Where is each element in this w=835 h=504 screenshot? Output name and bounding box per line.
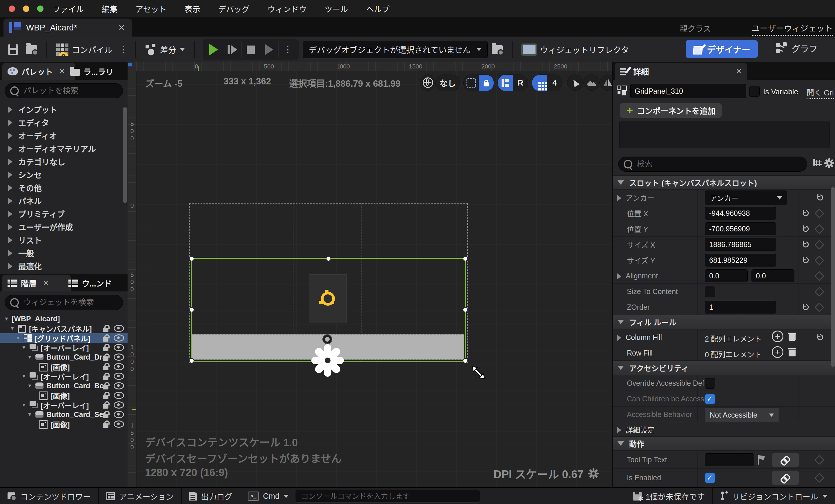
resize-handle[interactable]: [189, 256, 194, 261]
revision-control-button[interactable]: リビジョンコントロール: [713, 488, 835, 504]
expand-arrow-icon[interactable]: ▼: [4, 316, 12, 322]
reset-to-default-icon[interactable]: [816, 193, 824, 202]
visibility-eye-icon[interactable]: [114, 411, 124, 418]
dpi-scale-control[interactable]: DPI スケール 0.67: [493, 465, 599, 481]
palette-search-input[interactable]: [23, 86, 117, 96]
tab-library[interactable]: ラ...ラリ: [70, 63, 114, 80]
section-fill-rules[interactable]: フィル ルール: [613, 315, 835, 329]
widget-tree-row[interactable]: ▼ Button_Card_Dra: [0, 352, 127, 362]
expand-arrow-icon[interactable]: [8, 237, 13, 243]
palette-category-row[interactable]: エディタ: [0, 116, 122, 129]
palette-category-row[interactable]: プリミティブ: [0, 207, 122, 220]
bind-diamond-icon[interactable]: [814, 224, 824, 234]
widget-tree-row[interactable]: ▼ [オーバーレイ]: [0, 371, 127, 381]
palette-category-row[interactable]: インプット: [0, 103, 122, 116]
section-behavior[interactable]: 動作: [613, 437, 835, 450]
can-children-checkbox[interactable]: [705, 394, 715, 404]
expand-arrow-icon[interactable]: [8, 263, 13, 269]
asset-tab-close-icon[interactable]: ✕: [118, 23, 125, 33]
unlock-icon[interactable]: [103, 337, 108, 342]
palette-category-row[interactable]: カテゴリなし: [0, 155, 122, 168]
anchor-flower-gizmo[interactable]: [310, 343, 345, 378]
close-window-button[interactable]: [9, 5, 15, 12]
resize-handle[interactable]: [463, 256, 468, 261]
palette-category-row[interactable]: 最適化: [0, 260, 122, 273]
trash-icon[interactable]: [788, 348, 796, 357]
select-cursor-button[interactable]: [567, 75, 583, 91]
widget-tree-row[interactable]: ▼ Button_Card_Set: [0, 410, 127, 419]
section-slot[interactable]: スロット (キャンバスパネルスロット): [613, 176, 835, 189]
hierarchy-search[interactable]: [5, 295, 123, 310]
position-x-input[interactable]: [705, 207, 776, 220]
menu-asset[interactable]: アセット: [126, 3, 176, 15]
palette-category-row[interactable]: オーディオマテリアル: [0, 142, 122, 155]
open-parent-link[interactable]: 開く Gri: [807, 87, 834, 99]
eject-button[interactable]: [260, 41, 279, 58]
preview-background-button[interactable]: [583, 75, 599, 91]
visibility-eye-icon[interactable]: [114, 392, 124, 399]
card-image-widget[interactable]: [309, 274, 347, 323]
bind-diamond-icon[interactable]: [814, 473, 824, 483]
lock-selection-toggle[interactable]: [463, 75, 494, 92]
settings-gear-icon[interactable]: [824, 158, 834, 168]
expand-arrow-icon[interactable]: [8, 106, 13, 113]
is-enabled-checkbox[interactable]: [705, 473, 715, 483]
parent-class-link[interactable]: ユーザーウィジェット: [752, 22, 833, 36]
trash-icon[interactable]: [788, 332, 796, 341]
widget-name-input[interactable]: [630, 84, 746, 98]
palette-category-row[interactable]: ユーザーが作成: [0, 220, 122, 234]
cmd-dropdown[interactable]: >_ Cmd: [240, 488, 291, 504]
details-tab-close-icon[interactable]: ✕: [736, 67, 742, 75]
unlock-icon[interactable]: [103, 423, 108, 428]
unlock-icon[interactable]: [103, 347, 108, 351]
visibility-eye-icon[interactable]: [114, 334, 124, 342]
widget-tree-row[interactable]: ▼ [オーバーレイ]: [0, 400, 127, 410]
expand-arrow-icon[interactable]: [617, 335, 621, 341]
expand-arrow-icon[interactable]: [8, 133, 13, 139]
menu-debug[interactable]: デバッグ: [209, 3, 258, 15]
anchor-dropdown[interactable]: アンカー: [705, 190, 787, 205]
reset-to-default-icon[interactable]: [816, 333, 824, 342]
widget-tree-row[interactable]: ▼ [グリッドパネル]: [0, 333, 127, 343]
is-variable-checkbox[interactable]: [749, 86, 760, 97]
visibility-eye-icon[interactable]: [114, 344, 124, 351]
bind-diamond-icon[interactable]: [814, 302, 824, 312]
menu-help[interactable]: ヘルプ: [357, 3, 399, 15]
alignment-y-input[interactable]: [752, 269, 794, 282]
reset-to-default-icon[interactable]: [801, 209, 810, 218]
palette-search[interactable]: [5, 83, 123, 98]
widget-tree-row[interactable]: ▼ [WBP_Aicard]: [0, 314, 127, 324]
unlock-icon[interactable]: [103, 366, 108, 370]
content-drawer-button[interactable]: コンテンツドロワー: [0, 488, 98, 504]
tab-bind-widgets[interactable]: ウ...ンド: [68, 275, 112, 291]
reset-to-default-icon[interactable]: [801, 224, 810, 233]
palette-scrollbar[interactable]: [123, 107, 127, 203]
reset-to-default-icon[interactable]: [801, 240, 810, 249]
bind-button[interactable]: [772, 453, 799, 467]
expand-arrow-icon[interactable]: [8, 159, 13, 165]
widget-tree-row[interactable]: ▼ Button_Card_Bo: [0, 381, 127, 390]
diff-button[interactable]: 差分: [141, 44, 189, 55]
palette-category-row[interactable]: パネル: [0, 194, 122, 207]
designer-viewport[interactable]: 0 500 1000 1500 2000 2500 500 0 500 1000…: [127, 62, 612, 487]
palette-category-row[interactable]: オーディオ: [0, 129, 122, 142]
expand-arrow-icon[interactable]: [617, 273, 621, 280]
bind-diamond-icon[interactable]: [814, 208, 824, 218]
bind-diamond-icon[interactable]: [814, 287, 824, 297]
compile-button[interactable]: ? コンパイル: [52, 43, 117, 56]
palette-category-row[interactable]: リスト: [0, 234, 122, 246]
resize-handle[interactable]: [189, 307, 194, 312]
accessible-behavior-dropdown[interactable]: Not Accessible: [705, 408, 779, 422]
tab-palette[interactable]: パレット ✕: [2, 63, 75, 80]
expand-arrow-icon[interactable]: ▼: [21, 402, 29, 408]
expand-arrow-icon[interactable]: ▼: [21, 374, 29, 379]
reset-to-default-icon[interactable]: [801, 303, 810, 311]
stop-button[interactable]: [242, 41, 260, 58]
graph-mode-button[interactable]: グラフ: [776, 42, 818, 55]
widget-tree-row[interactable]: [画像]: [0, 362, 127, 371]
expand-arrow-icon[interactable]: ▼: [27, 412, 35, 418]
visibility-eye-icon[interactable]: [114, 363, 124, 370]
size-y-input[interactable]: [705, 254, 776, 266]
expand-arrow-icon[interactable]: ▼: [21, 345, 29, 350]
add-component-button[interactable]: + コンポーネントを追加: [620, 103, 722, 118]
